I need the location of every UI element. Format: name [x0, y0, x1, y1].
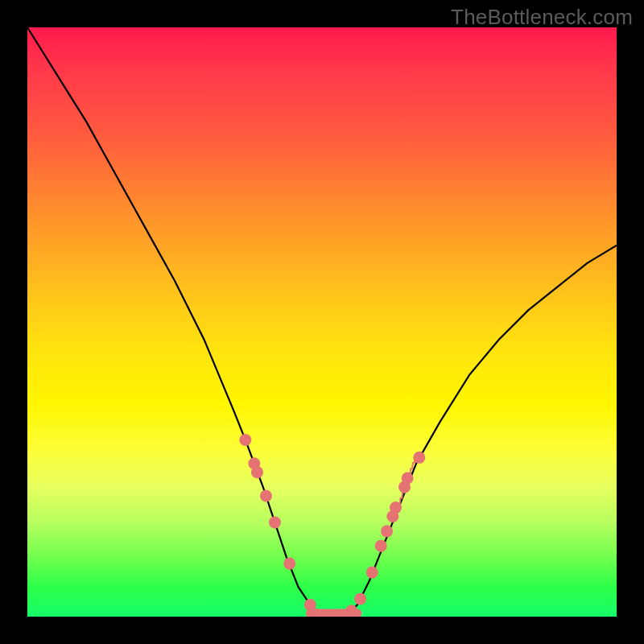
plot-area — [27, 27, 617, 617]
marker-dot — [334, 612, 345, 617]
marker-dot — [354, 593, 366, 605]
marker-dot — [304, 599, 316, 611]
marker-dot — [239, 434, 251, 446]
marker-dot — [398, 481, 411, 493]
marker-dot — [386, 510, 398, 522]
marker-dot — [381, 525, 393, 537]
marker-dot — [311, 609, 321, 617]
marker-dot — [251, 466, 263, 478]
marker-dot — [345, 605, 357, 617]
marker-dot — [390, 502, 402, 514]
marker-dot — [248, 457, 260, 469]
bottleneck-curve — [27, 27, 617, 617]
marker-points — [239, 434, 425, 617]
marker-dot — [260, 489, 272, 502]
marker-dot — [283, 558, 295, 570]
marker-dot — [323, 612, 333, 617]
marker-dot — [269, 516, 281, 528]
marker-dot — [366, 567, 378, 579]
spike-decor — [400, 456, 415, 505]
chart-frame: TheBottleneck.com — [0, 0, 644, 644]
marker-dot — [402, 472, 414, 484]
marker-dot — [375, 540, 387, 552]
curve-svg — [27, 27, 617, 617]
marker-dot — [413, 452, 425, 464]
watermark-text: TheBottleneck.com — [451, 5, 633, 30]
